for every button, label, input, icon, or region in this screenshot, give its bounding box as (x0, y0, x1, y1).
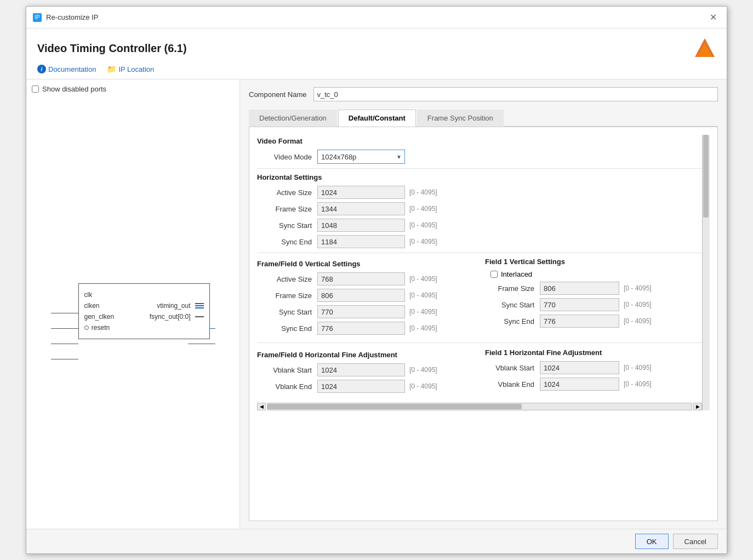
f1-vblank-start-row: Vblank Start [0 - 4095] (485, 361, 702, 374)
title-bar-left: IP Re-customize IP (33, 13, 98, 22)
v0-frame-size-input[interactable] (317, 289, 405, 302)
interlaced-row: Interlaced (490, 270, 702, 278)
port-resetn: resetn (79, 322, 209, 333)
show-disabled-label: Show disabled ports (42, 85, 106, 93)
f1-vblank-end-row: Vblank End [0 - 4095] (485, 378, 702, 391)
f1-sync-end-row: Sync End [0 - 4095] (485, 315, 702, 328)
app-title-row: Video Timing Controller (6.1) (37, 37, 716, 59)
app-title-text: Video Timing Controller (6.1) (37, 42, 187, 55)
tab-area: Detection/Generation Default/Constant Fr… (249, 109, 718, 521)
info-icon: i (37, 65, 46, 73)
f0-vblank-start-range: [0 - 4095] (409, 366, 437, 374)
f1-sync-end-input[interactable] (540, 315, 619, 328)
f1-sync-start-label: Sync Start (485, 301, 540, 309)
close-button[interactable]: ✕ (706, 11, 720, 24)
f1-sync-start-row: Sync Start [0 - 4095] (485, 298, 702, 311)
h-active-size-row: Active Size [0 - 4095] (257, 186, 702, 199)
header-section: Video Timing Controller (6.1) i Document… (26, 28, 727, 79)
app-icon: IP (33, 13, 42, 22)
tab-default-constant[interactable]: Default/Constant (338, 110, 416, 127)
h-sync-end-input[interactable] (317, 235, 405, 248)
f1-frame-size-label: Frame Size (485, 284, 540, 293)
port-gen-clken: gen_clken fsync_out[0:0] (79, 311, 209, 322)
show-disabled-row: Show disabled ports (32, 85, 234, 93)
component-diagram: clk clken vtiming_out (32, 99, 234, 523)
video-mode-select[interactable]: 1024x768p 1280x720p 1920x1080p 640x480p (317, 150, 405, 164)
documentation-link[interactable]: i Documentation (37, 65, 96, 73)
horizontal-scrollbar: ◀ ▶ (257, 403, 702, 410)
v0-active-size-range: [0 - 4095] (409, 275, 437, 283)
window-title: Re-customize IP (46, 13, 98, 21)
tab-detection[interactable]: Detection/Generation (249, 110, 337, 127)
component-name-row: Component Name (249, 87, 718, 101)
bottom-bar: OK Cancel (26, 529, 727, 553)
hscroll-thumb (267, 404, 522, 409)
title-bar: IP Re-customize IP ✕ (26, 7, 727, 28)
interlaced-label: Interlaced (501, 270, 532, 278)
tab-content-default-constant: Video Format Video Mode 1024x768p 1280x7… (249, 127, 718, 521)
f1-frame-size-range: [0 - 4095] (624, 284, 652, 292)
v0-active-size-input[interactable] (317, 272, 405, 285)
f1-frame-size-input[interactable] (540, 282, 619, 295)
h-frame-size-range: [0 - 4095] (409, 205, 437, 213)
vscroll-thumb (703, 135, 709, 218)
frame-field0-vertical-title: Frame/Field 0 Vertical Settings (257, 260, 474, 268)
tabs-row: Detection/Generation Default/Constant Fr… (249, 109, 718, 127)
field1-horiz-fine-col: Field 1 Horizontal Fine Adjustment Vblan… (485, 348, 702, 396)
hscroll-track[interactable] (267, 403, 692, 410)
left-panel: Show disabled ports clk (26, 79, 240, 529)
v0-sync-end-label: Sync End (257, 324, 317, 333)
show-disabled-checkbox[interactable] (32, 85, 39, 93)
v0-sync-end-input[interactable] (317, 322, 405, 335)
frame-field0-horiz-fine-title: Frame/Field 0 Horizontal Fine Adjustment (257, 351, 474, 359)
f1-sync-end-label: Sync End (485, 317, 540, 325)
h-frame-size-row: Frame Size [0 - 4095] (257, 202, 702, 215)
f1-vblank-start-input[interactable] (540, 361, 619, 374)
f1-vblank-end-label: Vblank End (485, 380, 540, 388)
component-name-input[interactable] (313, 87, 718, 101)
f0-vblank-end-row: Vblank End [0 - 4095] (257, 380, 474, 393)
right-panel: Component Name Detection/Generation Defa… (240, 79, 727, 529)
f1-sync-start-input[interactable] (540, 298, 619, 311)
cancel-button[interactable]: Cancel (673, 534, 718, 549)
ip-location-link[interactable]: 📁 IP Location (107, 65, 154, 73)
h-frame-size-input[interactable] (317, 202, 405, 215)
field1-vertical-col: Field 1 Vertical Settings Interlaced Fra… (485, 258, 702, 338)
f1-sync-end-range: [0 - 4095] (624, 317, 652, 325)
v0-sync-start-range: [0 - 4095] (409, 308, 437, 316)
f0-vblank-end-input[interactable] (317, 380, 405, 393)
vertical-scrollbar (702, 135, 710, 410)
main-window: IP Re-customize IP ✕ Video Timing Contro… (26, 6, 727, 554)
h-active-size-input[interactable] (317, 186, 405, 199)
f0-vblank-start-input[interactable] (317, 363, 405, 376)
port-clk: clk (79, 289, 209, 300)
v0-frame-size-row: Frame Size [0 - 4095] (257, 289, 474, 302)
component-box: clk clken vtiming_out (78, 283, 210, 339)
f1-frame-size-row: Frame Size [0 - 4095] (485, 282, 702, 295)
f1-vblank-start-label: Vblank Start (485, 364, 540, 372)
v0-sync-start-label: Sync Start (257, 308, 317, 316)
v0-sync-start-input[interactable] (317, 305, 405, 318)
h-sync-start-input[interactable] (317, 219, 405, 232)
f1-vblank-end-input[interactable] (540, 378, 619, 391)
h-active-size-range: [0 - 4095] (409, 188, 437, 196)
v0-sync-end-range: [0 - 4095] (409, 324, 437, 332)
f1-sync-start-range: [0 - 4095] (624, 301, 652, 308)
v0-sync-end-row: Sync End [0 - 4095] (257, 322, 474, 335)
f0-vblank-start-label: Vblank Start (257, 366, 317, 374)
scroll-right-button[interactable]: ▶ (693, 403, 702, 410)
interlaced-checkbox[interactable] (490, 271, 498, 278)
h-sync-end-label: Sync End (257, 238, 317, 246)
f0-vblank-end-label: Vblank End (257, 382, 317, 391)
ok-button[interactable]: OK (635, 534, 669, 549)
two-col-settings: Frame/Field 0 Vertical Settings Active S… (257, 258, 702, 338)
vivado-logo-icon (694, 37, 716, 59)
v0-active-size-label: Active Size (257, 275, 317, 283)
nav-links: i Documentation 📁 IP Location (37, 65, 716, 73)
tab-frame-sync[interactable]: Frame Sync Position (417, 110, 504, 127)
fine-adj-two-col: Frame/Field 0 Horizontal Fine Adjustment… (257, 348, 702, 396)
scroll-left-button[interactable]: ◀ (257, 403, 266, 410)
f0-vblank-start-row: Vblank Start [0 - 4095] (257, 363, 474, 376)
video-mode-label: Video Mode (257, 153, 317, 161)
video-mode-select-wrapper: 1024x768p 1280x720p 1920x1080p 640x480p … (317, 150, 405, 164)
